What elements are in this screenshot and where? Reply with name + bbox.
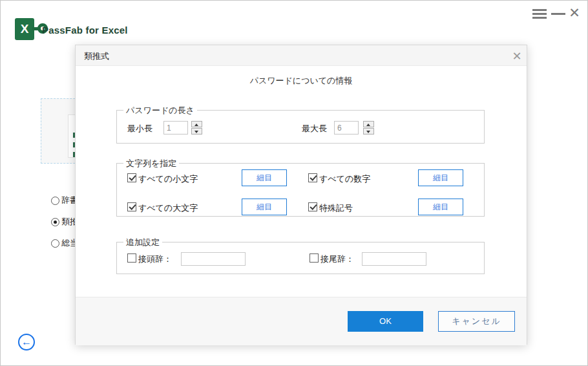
lowercase-detail-button[interactable]: 細目 <box>242 169 287 186</box>
group-legend: 追加設定 <box>123 237 162 248</box>
menu-icon[interactable] <box>532 9 547 19</box>
lowercase-label: すべての小文字 <box>138 173 198 185</box>
spin-down-button[interactable] <box>191 128 202 135</box>
group-legend: パスワードの長さ <box>123 105 197 116</box>
attack-option-mask[interactable]: 類推 <box>51 216 78 228</box>
min-length-stepper <box>191 121 202 135</box>
app-title: PassFab for Excel <box>42 25 128 36</box>
radio-icon[interactable] <box>51 239 59 248</box>
minimize-button[interactable] <box>551 12 565 15</box>
suffix-input[interactable] <box>362 252 426 266</box>
spin-up-button[interactable] <box>191 121 202 127</box>
excel-logo-icon: X <box>15 18 34 40</box>
dialog-footer: OK キャンセル <box>76 297 527 345</box>
attack-option-bruteforce[interactable]: 総当 <box>51 237 78 249</box>
dialog-titlebar: 類推式 <box>76 45 527 66</box>
min-length-label: 最小長 <box>127 123 152 135</box>
digits-detail-button[interactable]: 細目 <box>418 169 463 186</box>
prefix-checkbox[interactable] <box>127 253 136 263</box>
prefix-input[interactable] <box>181 252 246 266</box>
close-button[interactable]: ✕ <box>566 4 583 22</box>
symbols-checkbox[interactable] <box>308 202 317 211</box>
suffix-checkbox[interactable] <box>310 253 319 263</box>
uppercase-detail-button[interactable]: 細目 <box>242 199 287 215</box>
prefix-label: 接頭辞： <box>138 253 172 265</box>
spin-down-button[interactable] <box>363 128 374 135</box>
spin-up-button[interactable] <box>363 121 374 127</box>
symbols-label: 特殊記号 <box>319 202 353 214</box>
lowercase-checkbox[interactable] <box>127 173 136 182</box>
ok-button[interactable]: OK <box>348 311 423 332</box>
attack-option-dictionary[interactable]: 辞書 <box>51 195 78 206</box>
cancel-button[interactable]: キャンセル <box>438 311 515 332</box>
dialog-heading: パスワードについての情報 <box>76 75 527 87</box>
radio-icon[interactable] <box>51 218 59 226</box>
max-length-label: 最大長 <box>302 123 327 135</box>
max-length-stepper <box>363 121 374 135</box>
back-button[interactable]: ← <box>18 334 35 350</box>
dialog-close-icon[interactable]: ✕ <box>509 48 525 65</box>
uppercase-label: すべての大文字 <box>138 202 198 214</box>
min-length-input[interactable] <box>163 121 188 135</box>
dialog-title: 類推式 <box>84 50 109 62</box>
radio-icon[interactable] <box>51 197 59 205</box>
suffix-label: 接尾辞： <box>320 253 354 265</box>
symbols-detail-button[interactable]: 細目 <box>418 199 463 215</box>
mask-attack-dialog: 類推式 ✕ パスワードについての情報 パスワードの長さ 最小長 最大長 文字列を… <box>75 45 527 345</box>
app-window: X PassFab for Excel ✕ 辞書 類推 総当 ← 類推式 ✕ パ… <box>0 0 588 366</box>
max-length-input[interactable] <box>334 121 359 135</box>
uppercase-checkbox[interactable] <box>127 202 136 211</box>
digits-label: すべての数字 <box>319 173 370 185</box>
group-legend: 文字列を指定 <box>123 158 179 169</box>
digits-checkbox[interactable] <box>308 173 317 182</box>
